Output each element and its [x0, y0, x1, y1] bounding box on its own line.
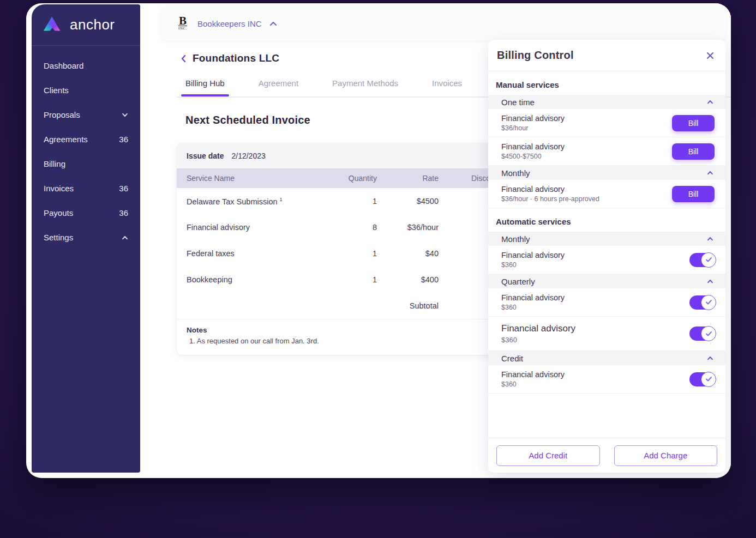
check-icon — [705, 299, 712, 305]
quantity-cell: 8 — [311, 223, 377, 232]
manual-services-list: One time Financial advisory $36/hour Bil… — [488, 95, 725, 208]
tab-invoices[interactable]: Invoices — [432, 78, 462, 96]
service-name: Financial advisory — [501, 142, 565, 151]
service-group-one-time[interactable]: One time — [488, 95, 725, 109]
chevron-up-icon — [269, 19, 277, 28]
sidebar-item-payouts[interactable]: Payouts 36 — [32, 201, 140, 225]
service-detail: $4500-$7500 — [501, 153, 565, 160]
sidebar: anchor Dashboard Clients Proposals Agree… — [32, 4, 140, 473]
company-selector[interactable]: B INC. Bookkeepers INC — [161, 7, 725, 40]
company-logo-sub: INC. — [178, 26, 187, 31]
tab-billing-hub[interactable]: Billing Hub — [185, 78, 225, 96]
bill-button[interactable]: Bill — [672, 186, 715, 202]
rate-cell: $400 — [377, 275, 439, 284]
service-detail: $360 — [501, 304, 565, 311]
column-header: Service Name — [177, 174, 311, 183]
service-detail: $360 — [501, 380, 565, 388]
quantity-cell: 1 — [311, 197, 377, 205]
footnote-ref: 1 — [280, 197, 283, 202]
panel-header: Billing Control — [488, 40, 725, 71]
service-group-label: One time — [501, 98, 535, 107]
service-name: Financial advisory — [501, 323, 575, 334]
service-row: Financial advisory $360 — [488, 317, 725, 351]
service-group-quarterly[interactable]: Quarterly — [488, 274, 725, 288]
service-toggle-on[interactable] — [689, 253, 715, 267]
quantity-cell: 1 — [311, 275, 377, 284]
back-icon[interactable] — [181, 55, 186, 63]
rate-cell: $4500 — [377, 197, 439, 205]
chevron-up-icon — [707, 279, 713, 283]
sidebar-item-invoices[interactable]: Invoices 36 — [32, 176, 140, 201]
service-group-credit[interactable]: Credit — [488, 351, 725, 365]
service-group-label: Credit — [501, 354, 523, 363]
panel-body: Manual services One time Financial advis… — [488, 71, 725, 438]
check-icon — [705, 376, 712, 382]
brand-header: anchor — [32, 4, 140, 46]
billing-control-panel: Billing Control Manual services One time… — [488, 40, 725, 473]
service-toggle-on[interactable] — [689, 372, 715, 386]
service-group-label: Monthly — [501, 168, 530, 178]
company-logo: B INC. — [175, 14, 191, 33]
service-group-label: Monthly — [501, 234, 530, 244]
column-header: Quantity — [311, 174, 377, 183]
sidebar-nav: Dashboard Clients Proposals Agreements 3… — [32, 46, 140, 250]
issue-date-value: 2/12/2023 — [231, 152, 265, 160]
chevron-up-icon — [707, 356, 713, 360]
service-name-cell: Bookkeeping — [177, 275, 311, 284]
manual-services-label: Manual services — [488, 71, 725, 95]
service-group-monthly[interactable]: Monthly — [488, 232, 725, 246]
service-name-cell: Financial advisory — [177, 223, 311, 232]
chevron-up-icon — [707, 171, 713, 175]
sidebar-item-agreements[interactable]: Agreements 36 — [32, 127, 140, 152]
brand-name: anchor — [70, 16, 115, 33]
service-row: Financial advisory $360 — [488, 246, 725, 274]
sidebar-item-badge: 36 — [119, 135, 128, 144]
sidebar-item-settings[interactable]: Settings — [32, 225, 140, 250]
sidebar-item-billing[interactable]: Billing — [32, 152, 140, 176]
service-name: Financial advisory — [501, 251, 565, 259]
anchor-logo-icon — [41, 15, 64, 35]
service-name: Financial advisory — [501, 293, 565, 302]
bill-button[interactable]: Bill — [672, 143, 715, 160]
service-row: Financial advisory $4500-$7500 Bill — [488, 137, 725, 166]
service-group-monthly[interactable]: Monthly — [488, 166, 725, 180]
service-row: Financial advisory $360 — [488, 288, 725, 317]
bill-button[interactable]: Bill — [672, 115, 715, 131]
tab-payment-methods[interactable]: Payment Methods — [332, 78, 398, 96]
sidebar-item-label: Invoices — [44, 184, 74, 193]
panel-footer: Add Credit Add Charge — [488, 438, 725, 473]
service-detail: $36/hour — [501, 124, 565, 132]
company-name: Bookkeepers INC — [197, 19, 262, 28]
service-toggle-on[interactable] — [689, 327, 715, 341]
chevron-up-icon — [707, 100, 713, 104]
sidebar-item-badge: 36 — [119, 208, 128, 217]
sidebar-item-clients[interactable]: Clients — [32, 78, 140, 102]
page-title: Foundations LLC — [193, 52, 279, 64]
sidebar-item-label: Billing — [44, 159, 65, 168]
add-charge-button[interactable]: Add Charge — [614, 445, 718, 466]
sidebar-item-label: Dashboard — [44, 61, 83, 70]
app-window: B INC. Bookkeepers INC Foundations LLC B… — [26, 3, 731, 478]
chevron-down-icon — [122, 113, 128, 117]
sidebar-item-label: Payouts — [44, 208, 73, 217]
service-detail: $360 — [501, 336, 575, 344]
close-icon[interactable] — [706, 51, 715, 60]
chevron-up-icon — [707, 237, 713, 241]
add-credit-button[interactable]: Add Credit — [496, 445, 600, 466]
service-name: Financial advisory — [501, 114, 565, 123]
sidebar-item-label: Settings — [44, 233, 73, 242]
tab-agreement[interactable]: Agreement — [259, 78, 298, 96]
rate-cell: $40 — [377, 249, 439, 258]
panel-title: Billing Control — [497, 49, 574, 62]
service-toggle-on[interactable] — [689, 295, 715, 310]
check-icon — [705, 331, 712, 337]
chevron-up-icon — [122, 235, 128, 240]
sidebar-item-proposals[interactable]: Proposals — [32, 102, 140, 127]
quantity-cell: 1 — [311, 249, 377, 258]
service-row: Financial advisory $36/hour · 6 hours pr… — [488, 180, 725, 208]
subtotal-label: Subtotal — [377, 301, 439, 310]
sidebar-item-label: Clients — [44, 86, 69, 95]
sidebar-item-label: Proposals — [44, 110, 80, 119]
sidebar-item-dashboard[interactable]: Dashboard — [32, 53, 140, 78]
issue-date-label: Issue date — [187, 152, 224, 160]
